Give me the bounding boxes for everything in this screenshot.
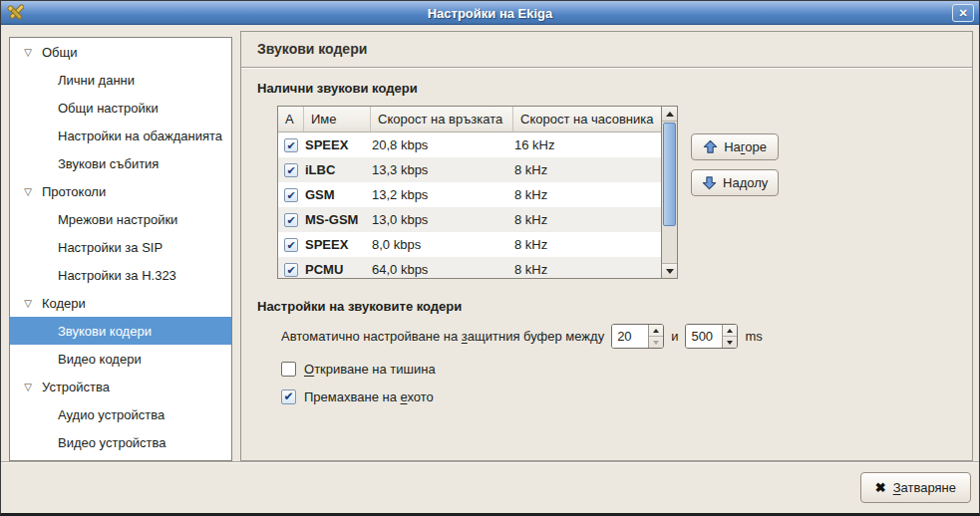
echo-cancellation-checkbox[interactable]: ✔: [281, 389, 296, 404]
scroll-down-button[interactable]: [662, 263, 677, 278]
codec-settings-section-label: Настройки на звуковите кодери: [257, 299, 972, 314]
move-down-button[interactable]: Надолу: [691, 169, 779, 196]
scroll-up-button[interactable]: [662, 107, 677, 122]
arrow-up-icon: [666, 112, 674, 117]
column-header-clockrate[interactable]: Скорост на часовника: [513, 107, 661, 131]
sidebar-item-general-settings[interactable]: Общи настройки: [10, 94, 231, 122]
silence-detection-label: Откриване на тишина: [304, 362, 436, 377]
sidebar-item-video-devices[interactable]: Видео устройства: [10, 428, 231, 456]
sidebar-group-devices[interactable]: ▽ Устройства: [10, 373, 231, 400]
jitter-conjunction-label: и: [671, 329, 678, 344]
codec-enabled-checkbox[interactable]: ✔: [284, 163, 298, 177]
codec-enabled-checkbox[interactable]: ✔: [284, 238, 298, 252]
codec-enabled-checkbox[interactable]: ✔: [284, 138, 298, 152]
sidebar-group-codecs[interactable]: ▽ Кодери: [10, 289, 231, 317]
scrollbar-thumb[interactable]: [663, 123, 676, 226]
echo-cancellation-label: Премахване на ехото: [304, 389, 434, 404]
sidebar-group-protocols[interactable]: ▽ Протоколи: [10, 177, 231, 205]
column-header-name[interactable]: Име: [304, 107, 371, 131]
codec-table: A Име Скорост на връзката Скорост на час…: [277, 106, 678, 279]
jitter-max-input[interactable]: [686, 325, 722, 348]
codec-enabled-checkbox[interactable]: ✔: [284, 263, 298, 277]
spin-down-button[interactable]: [649, 337, 663, 348]
jitter-min-spinbox: [611, 324, 664, 349]
jitter-unit-label: ms: [745, 329, 762, 344]
move-up-button[interactable]: Нагоре: [691, 133, 779, 160]
sidebar-group-general[interactable]: ▽ Общи: [10, 38, 231, 66]
jitter-buffer-label: Автоматично настройване на защитния буфе…: [281, 329, 604, 344]
sidebar-item-sip-settings[interactable]: Настройки за SIP: [10, 233, 231, 261]
table-row[interactable]: ✔ iLBC 13,3 kbps 8 kHz: [278, 157, 661, 182]
sidebar-item-audio-devices[interactable]: Аудио устройства: [10, 400, 231, 428]
close-dialog-button[interactable]: ✖ Затваряне: [860, 472, 971, 503]
separator: [241, 67, 972, 69]
available-codecs-section-label: Налични звукови кодери: [257, 81, 972, 96]
titlebar: Настройки на Ekiga ✕: [1, 1, 979, 25]
jitter-max-spin-buttons: [722, 325, 737, 348]
table-row[interactable]: ✔ SPEEX 20,8 kbps 16 kHz: [278, 132, 661, 157]
page-title: Звукови кодери: [241, 32, 972, 67]
codec-enabled-checkbox[interactable]: ✔: [284, 188, 298, 202]
sidebar-tree: ▽ Общи Лични данни Общи настройки Настро…: [9, 37, 232, 461]
window-title: Настройки на Ekiga: [1, 6, 979, 21]
down-arrow-icon: [702, 175, 717, 190]
expander-icon[interactable]: ▽: [20, 47, 36, 58]
up-arrow-icon: [703, 139, 718, 154]
sidebar-item-h323-settings[interactable]: Настройки за H.323: [10, 261, 231, 289]
column-header-active[interactable]: A: [278, 107, 304, 131]
table-header: A Име Скорост на връзката Скорост на час…: [278, 107, 661, 132]
jitter-min-spin-buttons: [648, 325, 663, 348]
main-panel: Звукови кодери Налични звукови кодери A …: [240, 31, 973, 461]
close-x-icon: ✖: [875, 480, 886, 495]
jitter-min-input[interactable]: [612, 325, 648, 348]
footer-separator: [1, 461, 979, 463]
sidebar-item-video-codecs[interactable]: Видео кодери: [10, 345, 231, 373]
move-down-label: Надолу: [723, 175, 768, 190]
table-scrollbar[interactable]: [661, 107, 677, 278]
close-dialog-label: Затваряне: [893, 480, 956, 495]
sidebar-item-sound-events[interactable]: Звукови събития: [10, 149, 231, 177]
table-row[interactable]: ✔ SPEEX 8,0 kbps 8 kHz: [278, 232, 661, 257]
sidebar-item-personal-data[interactable]: Лични данни: [10, 66, 231, 94]
arrow-down-icon: [666, 269, 674, 274]
column-header-bitrate[interactable]: Скорост на връзката: [371, 107, 513, 131]
move-up-label: Нагоре: [724, 139, 767, 154]
preferences-window: Настройки на Ekiga ✕ ▽ Общи Лични данни …: [0, 0, 980, 516]
sidebar-item-audio-codecs[interactable]: Звукови кодери: [10, 317, 231, 345]
sidebar-item-network-settings[interactable]: Мрежови настройки: [10, 205, 231, 233]
table-row[interactable]: ✔ MS-GSM 13,0 kbps 8 kHz: [278, 207, 661, 232]
table-row[interactable]: ✔ PCMU 64,0 kbps 8 kHz: [278, 257, 661, 278]
expander-icon[interactable]: ▽: [20, 382, 36, 392]
sidebar-item-call-options[interactable]: Настройки на обажданията: [10, 122, 231, 149]
arrow-up-icon: [727, 329, 733, 333]
arrow-down-icon: [727, 341, 733, 345]
silence-detection-checkbox[interactable]: [281, 362, 296, 377]
expander-icon[interactable]: ▽: [20, 186, 36, 197]
expander-icon[interactable]: ▽: [20, 298, 36, 309]
arrow-down-icon: [653, 341, 659, 345]
arrow-up-icon: [653, 329, 659, 333]
spin-up-button[interactable]: [723, 325, 737, 337]
spin-down-button[interactable]: [723, 337, 737, 348]
window-close-button[interactable]: ✕: [952, 4, 974, 22]
jitter-max-spinbox: [685, 324, 738, 349]
table-row[interactable]: ✔ GSM 13,2 kbps 8 kHz: [278, 182, 661, 207]
spin-up-button[interactable]: [649, 325, 663, 337]
codec-enabled-checkbox[interactable]: ✔: [284, 213, 298, 227]
tools-window-icon: [6, 4, 24, 22]
